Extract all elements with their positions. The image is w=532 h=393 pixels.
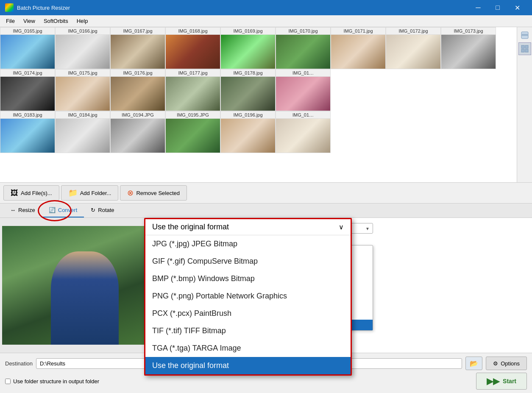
image-label: IMG_01… — [276, 70, 330, 77]
resize-icon: ↔ — [10, 207, 16, 213]
list-item[interactable]: IMG_0195.JPG — [165, 111, 220, 153]
tab-rotate-label: Rotate — [98, 207, 114, 213]
image-preview — [166, 35, 220, 69]
image-label: IMG_0175.jpg — [56, 70, 110, 77]
image-preview — [441, 35, 496, 69]
image-preview — [0, 35, 55, 69]
add-files-icon: 🖼 — [11, 189, 18, 198]
image-preview — [0, 77, 55, 111]
list-item[interactable]: IMG_0167.jpg — [110, 27, 165, 69]
folder-structure-checkbox[interactable] — [5, 379, 11, 384]
large-dropdown-item-tif[interactable]: TIF (*.tif) TIFF Bitmap — [145, 322, 351, 340]
list-item[interactable]: IMG_0165.jpg — [0, 27, 55, 69]
list-item[interactable]: IMG_01… — [276, 69, 331, 111]
image-preview — [56, 119, 110, 153]
svg-rect-3 — [521, 45, 524, 48]
list-item[interactable]: IMG_0183.jpg — [0, 111, 55, 153]
list-item[interactable]: IMG_01… — [276, 111, 331, 153]
svg-rect-1 — [521, 34, 528, 36]
image-preview — [221, 119, 275, 153]
maximize-button[interactable]: □ — [488, 0, 507, 15]
tab-convert-label: Convert — [58, 207, 78, 213]
svg-rect-4 — [525, 45, 528, 48]
add-files-label: Add File(s)... — [21, 190, 52, 196]
image-grid: IMG_0165.jpg IMG_0166.jpg IMG_0167.jpg I… — [0, 27, 517, 182]
close-button[interactable]: ✕ — [507, 0, 527, 15]
menu-softorbits[interactable]: SoftOrbits — [39, 16, 72, 26]
image-preview — [56, 35, 110, 69]
menu-file[interactable]: File — [2, 16, 19, 26]
list-item[interactable]: IMG_0174.jpg — [0, 69, 55, 111]
tab-bar: ↔ Resize 🔄 Convert ↻ Rotate — [0, 203, 532, 218]
add-files-button[interactable]: 🖼 Add File(s)... — [3, 185, 59, 201]
list-item[interactable]: IMG_0170.jpg — [276, 27, 331, 69]
image-row-1: IMG_0165.jpg IMG_0166.jpg IMG_0167.jpg I… — [0, 27, 517, 69]
toolbar: 🖼 Add File(s)... 📁 Add Folder... ⊗ Remov… — [0, 183, 532, 203]
add-folder-button[interactable]: 📁 Add Folder... — [61, 185, 119, 201]
image-preview — [166, 119, 220, 153]
chevron-down-icon: ∨ — [339, 223, 344, 231]
list-item[interactable]: IMG_0194.JPG — [110, 111, 165, 153]
start-button[interactable]: ▶▶ Start — [476, 373, 527, 390]
content-panel: Format Use the original format JPG (*.jp… — [0, 218, 532, 353]
list-item[interactable]: IMG_0178.jpg — [220, 69, 276, 111]
image-label: IMG_0165.jpg — [0, 28, 55, 35]
destination-label: Destination — [5, 360, 33, 367]
image-label: IMG_0196.jpg — [221, 111, 275, 119]
large-dropdown-item-bmp[interactable]: BMP (*.bmp) Windows Bitmap — [145, 270, 351, 287]
image-preview — [276, 119, 330, 153]
image-label: IMG_0168.jpg — [166, 28, 220, 35]
folder-structure-label: Use folder structure in output folder — [13, 378, 99, 385]
image-label: IMG_01… — [276, 111, 330, 119]
menu-view[interactable]: View — [19, 16, 39, 26]
remove-icon: ⊗ — [127, 188, 134, 198]
format-dropdown-large[interactable]: Use the original format ∨ JPG (*.jpg) JP… — [144, 218, 352, 376]
large-dropdown-selected: Use the original format — [152, 223, 229, 231]
large-dropdown-item-original[interactable]: Use the original format — [145, 357, 351, 374]
list-item[interactable]: IMG_0176.jpg — [110, 69, 165, 111]
titlebar: Batch Picture Resizer ─ □ ✕ — [0, 0, 532, 15]
image-label: IMG_0171.jpg — [331, 28, 385, 35]
image-preview — [276, 35, 330, 69]
window-controls: ─ □ ✕ — [468, 0, 527, 15]
large-dropdown-item-gif[interactable]: GIF (*.gif) CompuServe Bitmap — [145, 253, 351, 270]
gear-icon: ⚙ — [493, 360, 498, 367]
list-item[interactable]: IMG_0184.jpg — [55, 111, 110, 153]
menubar: File View SoftOrbits Help — [0, 15, 532, 27]
list-item[interactable]: IMG_0168.jpg — [165, 27, 220, 69]
add-folder-label: Add Folder... — [80, 190, 111, 196]
view-add-icon[interactable] — [518, 29, 531, 42]
list-item[interactable]: IMG_0173.jpg — [441, 27, 496, 69]
list-item[interactable]: IMG_0196.jpg — [220, 111, 276, 153]
large-dropdown-item-png[interactable]: PNG (*.png) Portable Network Graphics — [145, 287, 351, 305]
remove-selected-label: Remove Selected — [136, 190, 180, 196]
list-item[interactable]: IMG_0166.jpg — [55, 27, 110, 69]
options-label: Options — [501, 360, 520, 367]
options-button[interactable]: ⚙ Options — [486, 357, 527, 370]
large-dropdown-item-jpg[interactable]: JPG (*.jpg) JPEG Bitmap — [145, 235, 351, 253]
list-item[interactable]: IMG_0177.jpg — [165, 69, 220, 111]
minimize-button[interactable]: ─ — [468, 0, 488, 15]
view-grid-icon[interactable] — [518, 42, 531, 55]
list-item[interactable]: IMG_0175.jpg — [55, 69, 110, 111]
folder-structure-row: Use folder structure in output folder — [5, 378, 99, 385]
image-preview — [56, 77, 110, 111]
list-item[interactable]: IMG_0172.jpg — [386, 27, 441, 69]
browse-destination-button[interactable]: 📂 — [465, 357, 482, 370]
tab-resize[interactable]: ↔ Resize — [3, 203, 42, 217]
tab-convert[interactable]: 🔄 Convert — [42, 203, 84, 217]
large-dropdown-item-tga[interactable]: TGA (*.tga) TARGA Image — [145, 340, 351, 357]
preview-image — [2, 226, 167, 345]
list-item[interactable]: IMG_0169.jpg — [220, 27, 276, 69]
menu-help[interactable]: Help — [72, 16, 92, 26]
image-label: IMG_0167.jpg — [111, 28, 165, 35]
image-label: IMG_0178.jpg — [221, 70, 275, 77]
remove-selected-button[interactable]: ⊗ Remove Selected — [120, 185, 187, 201]
image-preview — [221, 77, 275, 111]
large-dropdown-header[interactable]: Use the original format ∨ — [145, 219, 351, 235]
tab-rotate[interactable]: ↻ Rotate — [84, 203, 121, 217]
large-dropdown-item-pcx[interactable]: PCX (*.pcx) PaintBrush — [145, 305, 351, 322]
image-preview — [221, 35, 275, 69]
list-item[interactable]: IMG_0171.jpg — [331, 27, 386, 69]
image-label: IMG_0173.jpg — [441, 28, 496, 35]
